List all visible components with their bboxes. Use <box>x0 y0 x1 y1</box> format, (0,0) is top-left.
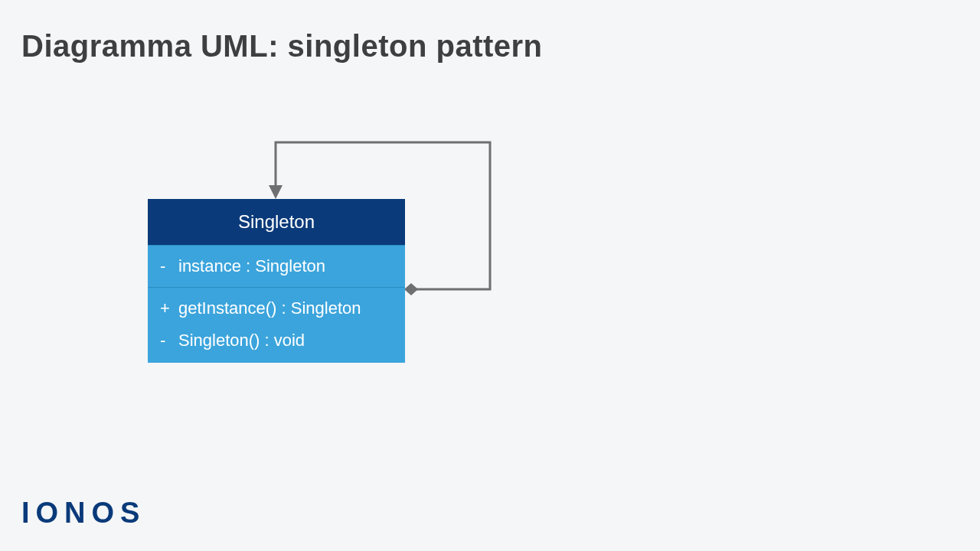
self-association-connector <box>0 0 980 551</box>
uml-operations-section: + getInstance() : Singleton - Singleton(… <box>148 287 405 363</box>
uml-operation-row: - Singleton() : void <box>148 324 405 363</box>
uml-attribute-row: - instance : Singleton <box>148 246 405 287</box>
uml-attributes-section: - instance : Singleton <box>148 245 405 287</box>
uml-class-box: Singleton - instance : Singleton + getIn… <box>148 199 405 363</box>
uml-class-name: Singleton <box>148 199 405 245</box>
attribute-text: instance : Singleton <box>178 256 325 276</box>
visibility-marker: - <box>160 331 171 350</box>
brand-logo: IONOS <box>21 497 145 530</box>
operation-text: Singleton() : void <box>178 331 305 350</box>
visibility-marker: - <box>160 256 171 276</box>
uml-operation-row: + getInstance() : Singleton <box>148 288 405 324</box>
uml-diagram: Singleton - instance : Singleton + getIn… <box>0 0 980 551</box>
arrowhead-icon <box>269 185 283 199</box>
diamond-icon <box>404 283 418 295</box>
visibility-marker: + <box>160 298 171 318</box>
operation-text: getInstance() : Singleton <box>178 298 361 318</box>
